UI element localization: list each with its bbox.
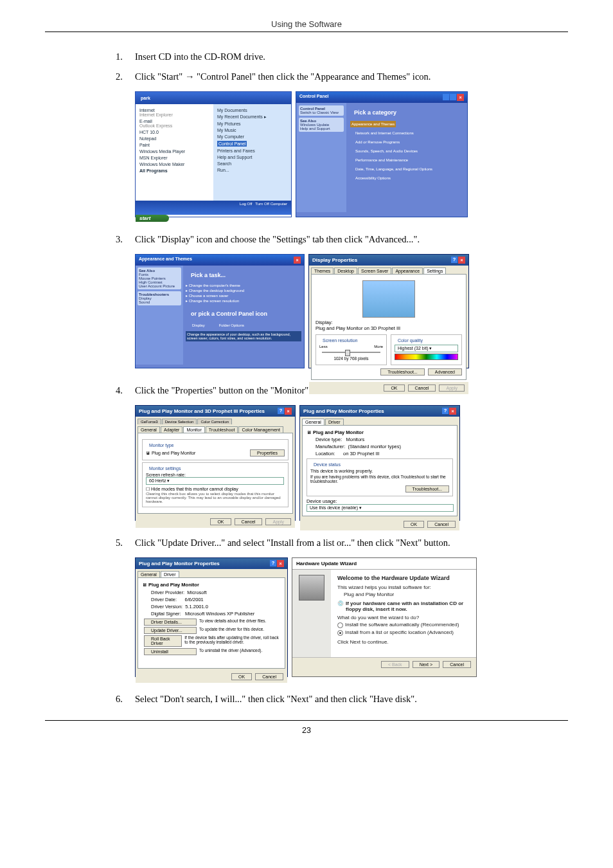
sm-item: My Computer xyxy=(217,133,287,140)
header-rule xyxy=(45,32,568,32)
adv-hide-desc: Clearing this check box allows you to se… xyxy=(146,492,285,503)
sm-item: Search xyxy=(217,160,287,167)
adv-hide: Hide modes that this monitor cannot disp… xyxy=(151,487,238,491)
pnpd-name: Plug and Play Monitor xyxy=(148,582,199,588)
wiz-line1: This wizard helps you install software f… xyxy=(337,584,470,590)
driver-details-button: Driver Details... xyxy=(144,619,197,626)
pnp-name: Plug and Play Monitor xyxy=(313,429,364,435)
sm-item: My Music xyxy=(217,127,287,133)
wiz-opt2: Install from a list or specific location… xyxy=(337,629,470,636)
at-side: See Also FontsMouse Pointers High Contra… xyxy=(138,267,181,289)
screenshot-advanced-monitor: Plug and Play Monitor and 3D Prophet III… xyxy=(135,405,296,521)
step-3-num: 3. xyxy=(116,234,135,245)
page-header: Using the Software xyxy=(45,19,568,29)
at-tooltip: Change the appearance of your desktop, s… xyxy=(186,331,301,341)
pnp-usage-label: Device usage: xyxy=(306,498,453,504)
at-icon: Folder Options xyxy=(219,323,244,327)
cancel-button: Cancel xyxy=(235,518,263,525)
resolution-slider-icon xyxy=(322,352,380,353)
pnp-tab-driver: Driver xyxy=(325,419,344,425)
cancel-button: Cancel xyxy=(427,521,456,528)
adv-monset: Monitor settings xyxy=(148,466,182,471)
step-1: 1. Insert CD into the CD-ROM drive. xyxy=(116,51,568,62)
cp-cat: Sounds, Speech, and Audio Devices xyxy=(355,149,418,153)
wiz-opt1: Install the software automatically (Reco… xyxy=(337,622,470,628)
start-menu-user: park xyxy=(136,92,291,104)
cp-side: Control PanelSwitch to Classic View xyxy=(299,105,344,116)
at-task: ▸ Choose a screen saver xyxy=(186,293,301,298)
sm-control-panel: Control Panel xyxy=(217,140,287,147)
apply-button: Apply xyxy=(439,384,465,392)
start-button: start xyxy=(136,215,169,222)
sm-item: Help and Support xyxy=(217,154,287,160)
step-3: 3. Click "Display" icon and choose the "… xyxy=(116,234,568,245)
update-driver-button: Update Driver... xyxy=(144,627,197,634)
dp-cq-val: Highest (32 bit) ▾ xyxy=(395,345,458,352)
wiz-line2: Plug and Play Monitor xyxy=(344,592,470,597)
pnpd-title: Plug and Play Monitor Properties xyxy=(139,561,220,566)
sm-item: HCT 10.0 xyxy=(139,129,209,135)
step-3-text: Click "Display" icon and choose the "Set… xyxy=(135,234,568,245)
adv-montype: Monitor type xyxy=(148,443,175,448)
adv-refresh-label: Screen refresh rate: xyxy=(146,473,285,477)
at-side2: TroubleshootersDisplaySound xyxy=(138,291,181,305)
step-6-text: Select "Don't search, I will..." then cl… xyxy=(135,694,568,705)
adv-title: Plug and Play Monitor and 3D Prophet III… xyxy=(139,408,265,414)
ok-button: OK xyxy=(384,384,404,392)
dp-troubleshoot-button: Troubleshoot... xyxy=(380,368,424,375)
step-2-text: Click "Start" → "Control Panel" then cli… xyxy=(135,71,568,82)
step-5-num: 5. xyxy=(116,538,135,548)
at-title: Appearance and Themes xyxy=(139,257,192,264)
sm-item: Windows Movie Maker xyxy=(139,161,209,167)
step-1-text: Insert CD into the CD-ROM drive. xyxy=(135,51,568,62)
dp-res-val: 1024 by 768 pixels xyxy=(319,356,383,361)
step-6: 6. Select "Don't search, I will..." then… xyxy=(116,694,568,705)
screenshot-display-properties: Display Properties?× Themes Desktop Scre… xyxy=(308,254,469,368)
step-2-num: 2. xyxy=(116,71,135,82)
step-4-num: 4. xyxy=(116,385,135,396)
at-pick-task: Pick a task... xyxy=(186,268,301,282)
ok-button: OK xyxy=(231,673,252,680)
monitor-preview-icon xyxy=(362,280,415,318)
sm-all-programs: All Programs xyxy=(139,167,209,174)
wiz-title: Hardware Update Wizard xyxy=(292,558,476,570)
cp-pick-category: Pick a category xyxy=(349,105,465,120)
cd-icon: 💿 xyxy=(337,601,344,606)
sm-logoff: Log Off xyxy=(240,202,253,206)
at-task: ▸ Change the screen resolution xyxy=(186,298,301,303)
wiz-back-button: < Back xyxy=(381,661,409,668)
wiz-cont: Click Next to continue. xyxy=(337,639,470,645)
wiz-next-button: Next > xyxy=(413,661,440,668)
dp-advanced-button: Advanced xyxy=(428,368,462,375)
dp-display: Display:Plug and Play Monitor on 3D Prop… xyxy=(315,320,462,331)
at-icon-display: Display xyxy=(192,323,205,327)
sm-item: Printers and Faxes xyxy=(217,147,287,154)
adv-tab: Color Correction xyxy=(197,419,232,424)
rollback-driver-button: Roll Back Driver xyxy=(144,635,182,647)
wiz-cancel-button: Cancel xyxy=(443,661,471,668)
page-number: 23 xyxy=(45,726,568,735)
footer-rule xyxy=(45,720,568,721)
adv-monname: Plug and Play Monitor xyxy=(152,451,195,455)
dp-tab: Themes xyxy=(311,267,333,274)
dp-tab: Screen Saver xyxy=(358,267,391,274)
dp-cq-label: Color quality xyxy=(396,338,424,343)
pnp-title: Plug and Play Monitor Properties xyxy=(303,408,384,414)
sm-item: Notepad xyxy=(139,135,209,141)
screenshot-appearance-themes: Appearance and Themes× See Also FontsMou… xyxy=(135,254,305,368)
pnp-status: This device is working properly. xyxy=(310,469,449,473)
step-1-num: 1. xyxy=(116,51,135,62)
at-task: ▸ Change the desktop background xyxy=(186,288,301,293)
step-5-text: Click "Update Driver..." and select "Ins… xyxy=(135,538,568,548)
step-2: 2. Click "Start" → "Control Panel" then … xyxy=(116,71,568,82)
sm-item: MSN Explorer xyxy=(139,154,209,161)
adv-tab: Troubleshoot xyxy=(206,426,238,433)
dp-title: Display Properties xyxy=(312,257,357,263)
adv-tab-monitor: Monitor xyxy=(183,426,204,433)
pnp-tab-general: General xyxy=(302,419,324,425)
adv-tab: Adapter xyxy=(161,426,183,433)
apply-button: Apply xyxy=(265,518,291,525)
sm-item: Paint xyxy=(139,141,209,148)
cp-cat: Accessibility Options xyxy=(355,176,391,180)
at-orpick: or pick a Control Panel icon xyxy=(186,307,301,321)
